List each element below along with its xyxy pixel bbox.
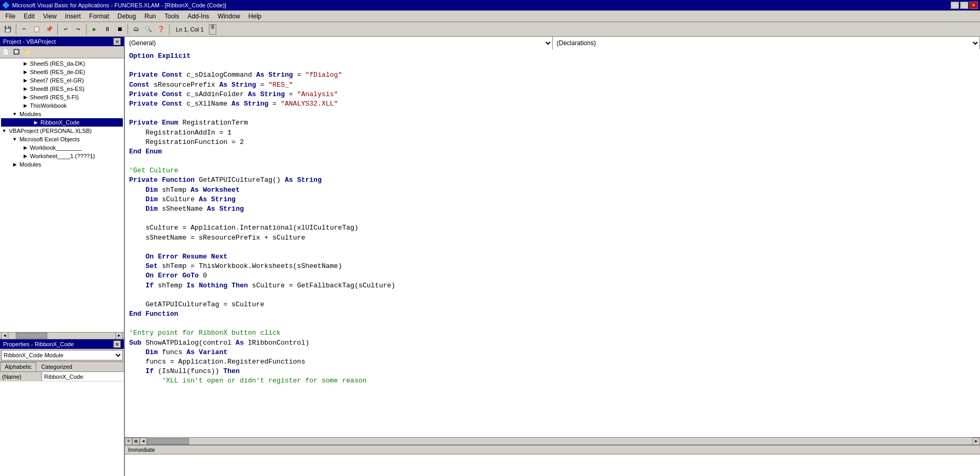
tree-expand-btn[interactable]: ▶ (22, 102, 28, 109)
project-close-btn[interactable]: ✕ (113, 38, 121, 45)
tree-expand-btn[interactable]: ▶ (33, 119, 39, 126)
tree-item[interactable]: ▶RibbonX_Code (1, 118, 123, 127)
hscroll-arrow-right[interactable]: ▶ (973, 438, 980, 445)
toolbar-btn-reset[interactable]: ⏹ (114, 24, 125, 35)
menu-item-tools[interactable]: Tools (160, 11, 183, 22)
code-line: Option Explicit (129, 51, 976, 61)
menu-item-help[interactable]: Help (244, 11, 266, 22)
tree-item[interactable]: ▶Worksheet____1 (????1) (1, 152, 123, 160)
tab-categorized[interactable]: Categorized (36, 362, 77, 371)
code-view-btn2[interactable]: ▤ (132, 438, 140, 445)
toolbar-btn-objbrowser[interactable]: 🔍 (143, 24, 154, 35)
code-line: funcs = Application.RegisteredFunctions (129, 357, 976, 367)
tree-expand-btn[interactable]: ▼ (1, 128, 7, 134)
toolbar-btn-copy[interactable]: 📋 (31, 24, 43, 35)
code-line (129, 157, 976, 166)
toolbar-btn-redo[interactable]: ↪ (72, 24, 84, 35)
module-dropdown[interactable]: RibbonX_Code Module (1, 350, 123, 360)
tree-item-label: Workbook________ (30, 144, 81, 151)
project-hscrollbar[interactable]: ◀ ▶ (0, 332, 124, 338)
menu-item-debug[interactable]: Debug (113, 11, 140, 22)
toolbar-btn-paste[interactable]: 📌 (44, 24, 55, 35)
code-line (129, 291, 976, 300)
menu-item-insert[interactable]: Insert (61, 11, 85, 22)
close-btn[interactable]: ✕ (970, 2, 978, 9)
tree-item[interactable]: ▶Workbook________ (1, 143, 123, 152)
immediate-content[interactable] (125, 454, 980, 476)
code-line (129, 109, 976, 118)
code-scope-dropdown[interactable]: (General) (125, 37, 553, 49)
project-panel: Project - VBAProject ✕ 📄 🔲 📁 ▶Sheet5 (RE… (0, 37, 124, 339)
tree-item[interactable]: ▶Sheet5 (RES_da-DK) (1, 59, 123, 68)
tree-item[interactable]: ▶Modules (1, 160, 123, 169)
immediate-title: Immediate (128, 447, 155, 453)
tree-item[interactable]: ▶Sheet9 (RES_fi-FI) (1, 93, 123, 101)
toolbar-btn-run[interactable]: ▶ (89, 24, 100, 35)
code-view-btn1[interactable]: ≡ (125, 438, 132, 445)
tree-item[interactable]: ▶Sheet6 (RES_de-DE) (1, 68, 123, 76)
toolbar-btn-undo[interactable]: ↩ (60, 24, 71, 35)
tree-expand-btn[interactable]: ▶ (22, 153, 28, 159)
toolbar-btn-help[interactable]: ❓ (155, 24, 167, 35)
tree-item[interactable]: ▼Microsoft Excel Objects (1, 135, 123, 143)
tree-expand-btn[interactable]: ▶ (22, 94, 28, 100)
project-btn-1[interactable]: 📄 (1, 47, 10, 57)
minimize-btn[interactable]: — (951, 2, 959, 9)
tree-item[interactable]: ▼Modules (1, 110, 123, 118)
props-name-label: (Name) (0, 372, 42, 381)
bottom-scrollbar[interactable]: ≡ ▤ ◀ ▶ (125, 437, 980, 444)
code-line: Private Enum RegistrationTerm (129, 118, 976, 128)
maximize-btn[interactable]: □ (960, 2, 968, 9)
tree-expand-btn[interactable]: ▶ (22, 60, 28, 67)
tree-expand-btn[interactable]: ▼ (12, 136, 18, 142)
tree-item[interactable]: ▶Sheet8 (RES_es-ES) (1, 85, 123, 93)
tree-item[interactable]: ▶Sheet7 (RES_el-GR) (1, 76, 123, 85)
menu-item-window[interactable]: Window (214, 11, 245, 22)
toolbar-progress (209, 24, 216, 35)
code-line: If (IsNull(funcs)) Then (129, 367, 976, 376)
code-line (129, 214, 976, 223)
tree-expand-btn[interactable]: ▶ (22, 69, 28, 75)
code-line: On Error GoTo 0 (129, 271, 976, 281)
menu-item-format[interactable]: Format (85, 11, 113, 22)
properties-close-btn[interactable]: ✕ (113, 340, 121, 348)
code-line: RegistrationAddIn = 1 (129, 128, 976, 138)
hscroll-right[interactable]: ▶ (115, 332, 123, 339)
tree-expand-btn[interactable]: ▶ (22, 86, 28, 92)
hscroll-track-code[interactable] (147, 438, 973, 444)
project-btn-2[interactable]: 🔲 (12, 47, 21, 57)
properties-panel-header: Properties - RibbonX_Code ✕ (0, 339, 124, 349)
hscroll-arrow-left[interactable]: ◀ (140, 438, 147, 445)
project-panel-title: Project - VBAProject (3, 38, 56, 45)
menu-item-view[interactable]: View (39, 11, 61, 22)
toolbar-btn-save[interactable]: 💾 (2, 24, 14, 35)
menu-item-add-ins[interactable]: Add-Ins (183, 11, 213, 22)
tree-expand-btn[interactable]: ▶ (12, 161, 18, 168)
code-line: Dim funcs As Variant (129, 348, 976, 357)
tree-expand-btn[interactable]: ▼ (12, 111, 18, 117)
code-header: (General) (Declarations) (125, 37, 980, 49)
project-btn-3[interactable]: 📁 (22, 47, 31, 57)
toolbar-separator-2 (57, 24, 58, 35)
code-line: Sub ShowATPDialog(control As IRibbonCont… (129, 338, 976, 348)
code-area: (General) (Declarations) Option Explicit… (125, 37, 980, 476)
properties-panel: Properties - RibbonX_Code ✕ RibbonX_Code… (0, 339, 124, 476)
hscroll-left[interactable]: ◀ (1, 332, 8, 339)
tree-item-label: Sheet8 (RES_es-ES) (30, 86, 85, 92)
toolbar-btn-projectex[interactable]: 🗂 (130, 24, 142, 35)
tree-item[interactable]: ▶ThisWorkbook (1, 101, 123, 110)
code-proc-dropdown[interactable]: (Declarations) (553, 37, 981, 49)
menu-item-file[interactable]: File (1, 11, 19, 22)
code-editor[interactable]: Option Explicit Private Const c_sDialogC… (125, 49, 980, 437)
tree-expand-btn[interactable]: ▶ (22, 144, 28, 151)
tree-item[interactable]: ▼VBAProject (PERSONAL.XLSB) (1, 127, 123, 135)
hscroll-track[interactable] (8, 333, 115, 339)
menu-item-edit[interactable]: Edit (19, 11, 39, 22)
props-name-value[interactable]: RibbonX_Code (42, 372, 124, 381)
toolbar-btn-break[interactable]: ⏸ (101, 24, 113, 35)
tab-alphabetic[interactable]: Alphabetic (0, 362, 36, 371)
toolbar-separator-1 (16, 24, 16, 35)
menu-item-run[interactable]: Run (140, 11, 160, 22)
tree-expand-btn[interactable]: ▶ (22, 77, 28, 84)
toolbar-btn-cut[interactable]: ✂ (18, 24, 30, 35)
